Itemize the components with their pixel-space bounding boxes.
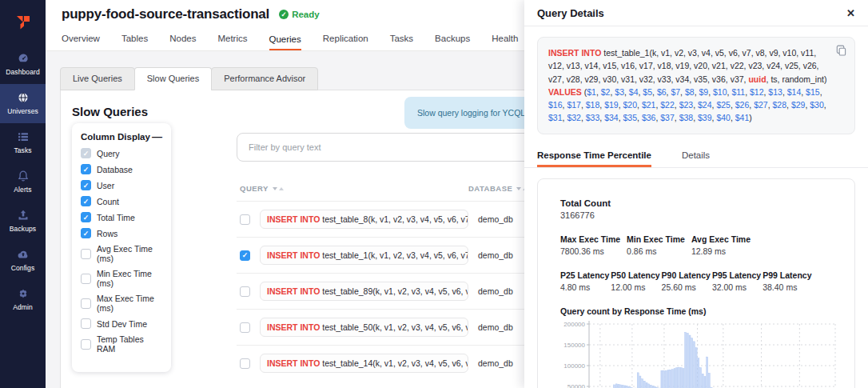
row-checkbox[interactable] — [240, 358, 250, 369]
tab-nodes[interactable]: Nodes — [169, 34, 196, 50]
tasks-icon — [17, 130, 30, 143]
status-label: Ready — [292, 10, 320, 19]
tab-tasks[interactable]: Tasks — [390, 34, 413, 50]
query-details-panel: Query Details ✕ INSERT INTO test_table_1… — [524, 0, 868, 388]
status-badge: ✓ Ready — [279, 10, 320, 19]
tab-replication[interactable]: Replication — [323, 34, 368, 50]
query-filter-input[interactable] — [237, 133, 534, 162]
subtab-live-queries[interactable]: Live Queries — [60, 67, 135, 90]
column-option-user[interactable]: User — [81, 180, 162, 190]
sidebar-item-dashboard[interactable]: Dashboard — [0, 45, 46, 84]
total-count-value: 3166776 — [560, 210, 832, 220]
slow-queries-table-area: QUERY DATABASE INSERT INTO test_table_8(… — [237, 133, 539, 381]
dashboard-icon — [17, 52, 30, 65]
admin-icon — [17, 287, 30, 300]
sidebar-item-label: Tasks — [14, 146, 31, 154]
sidebar-item-universes[interactable]: Universes — [0, 84, 46, 123]
column-option-label: Rows — [97, 229, 117, 238]
sort-asc-icon — [279, 187, 284, 190]
column-display-panel: Column Display — QueryDatabaseUserCountT… — [72, 123, 171, 372]
column-option-label: Max Exec Time (ms) — [97, 294, 162, 313]
total-count-label: Total Count — [560, 198, 832, 208]
column-option-rows[interactable]: Rows — [81, 228, 162, 238]
backups-icon — [17, 209, 30, 222]
tab-health[interactable]: Health — [492, 34, 518, 50]
tab-metrics[interactable]: Metrics — [217, 34, 247, 50]
checkbox[interactable] — [81, 164, 91, 174]
table-row[interactable]: INSERT INTO test_table_50(k, v1, v2, v3,… — [237, 309, 539, 345]
checkbox[interactable] — [81, 180, 91, 190]
total-count-block: Total Count 3166776 — [560, 198, 832, 220]
column-option-avg-exec-time-ms-[interactable]: Avg Exec Time (ms) — [81, 244, 162, 263]
column-option-label: Min Exec Time (ms) — [97, 269, 162, 288]
query-cell[interactable]: INSERT INTO test_table_50(k, v1, v2, v3,… — [260, 318, 468, 337]
yugabyte-logo-icon[interactable] — [0, 0, 46, 45]
close-icon[interactable]: ✕ — [846, 7, 855, 19]
sidebar-item-admin[interactable]: Admin — [0, 280, 46, 319]
column-option-query[interactable]: Query — [81, 148, 162, 158]
check-circle-icon: ✓ — [279, 10, 289, 19]
checkbox[interactable] — [81, 339, 91, 350]
row-checkbox[interactable] — [240, 322, 250, 333]
checkbox[interactable] — [81, 298, 91, 309]
tab-backups[interactable]: Backups — [435, 34, 470, 50]
query-cell[interactable]: INSERT INTO test_table_8(k, v1, v2, v3, … — [260, 210, 468, 229]
tab-queries[interactable]: Queries — [269, 34, 301, 51]
checkbox[interactable] — [81, 196, 91, 206]
tab-tables[interactable]: Tables — [121, 34, 148, 50]
sidebar-item-backups[interactable]: Backups — [0, 202, 46, 241]
column-option-count[interactable]: Count — [81, 196, 162, 206]
column-option-std-dev-time[interactable]: Std Dev Time — [81, 318, 162, 329]
checkbox[interactable] — [81, 148, 91, 158]
column-header-query[interactable]: QUERY — [240, 184, 468, 193]
checkbox[interactable] — [81, 274, 91, 284]
row-checkbox[interactable] — [240, 250, 250, 261]
query-cell[interactable]: INSERT INTO test_table_1(k, v1, v2, v3, … — [260, 246, 468, 265]
column-option-label: Count — [97, 197, 119, 206]
sidebar-item-label: Admin — [13, 303, 33, 311]
column-option-label: Std Dev Time — [97, 319, 147, 329]
collapse-minus-icon[interactable]: — — [152, 133, 162, 141]
subtab-performance-advisor[interactable]: Performance Advisor — [211, 67, 318, 90]
column-option-total-time[interactable]: Total Time — [81, 212, 162, 222]
column-option-label: Avg Exec Time (ms) — [97, 244, 162, 263]
column-option-label: Total Time — [97, 213, 135, 222]
column-option-label: User — [97, 181, 114, 190]
sidebar-item-alerts[interactable]: Alerts — [0, 162, 46, 202]
column-option-label: Query — [97, 149, 120, 158]
configs-icon — [17, 248, 30, 261]
column-option-temp-tables-ram[interactable]: Temp Tables RAM — [81, 334, 162, 354]
table-row[interactable]: INSERT INTO test_table_89(k, v1, v2, v3,… — [237, 273, 539, 309]
table-row[interactable]: INSERT INTO test_table_8(k, v1, v2, v3, … — [237, 201, 539, 237]
column-option-label: Database — [97, 165, 133, 174]
checkbox[interactable] — [81, 318, 91, 329]
stat-max-exec-time: Max Exec Time7800.36 ms — [560, 234, 620, 256]
checkbox[interactable] — [81, 212, 91, 222]
sort-desc-icon — [516, 187, 521, 190]
sidebar-item-configs[interactable]: Configs — [0, 241, 46, 280]
sidebar-item-label: Configs — [11, 264, 35, 272]
copy-icon[interactable] — [836, 45, 846, 59]
row-checkbox[interactable] — [240, 214, 250, 225]
column-option-database[interactable]: Database — [81, 164, 162, 174]
checkbox[interactable] — [81, 249, 91, 259]
table-row[interactable]: INSERT INTO test_table_14(k, v1, v2, v3,… — [237, 345, 539, 381]
page-title: puppy-food-source-transactional — [62, 6, 269, 22]
column-option-label: Temp Tables RAM — [97, 334, 162, 354]
subtab-slow-queries[interactable]: Slow Queries — [134, 67, 212, 90]
universes-icon — [17, 91, 30, 104]
column-option-min-exec-time-ms-[interactable]: Min Exec Time (ms) — [81, 269, 162, 288]
query-cell[interactable]: INSERT INTO test_table_14(k, v1, v2, v3,… — [260, 354, 468, 373]
column-option-max-exec-time-ms-[interactable]: Max Exec Time (ms) — [81, 294, 162, 313]
details-tab-details[interactable]: Details — [682, 146, 710, 167]
sidebar-item-tasks[interactable]: Tasks — [0, 123, 46, 162]
row-checkbox[interactable] — [240, 286, 250, 297]
svg-text:50000: 50000 — [567, 382, 586, 388]
tab-overview[interactable]: Overview — [62, 34, 100, 50]
query-cell[interactable]: INSERT INTO test_table_89(k, v1, v2, v3,… — [260, 282, 468, 301]
details-tab-response-time-percentile[interactable]: Response Time Percentile — [537, 146, 651, 167]
table-row[interactable]: INSERT INTO test_table_1(k, v1, v2, v3, … — [237, 237, 539, 273]
sidebar: DashboardUniversesTasksAlertsBackupsConf… — [0, 0, 46, 388]
svg-text:100000: 100000 — [563, 362, 585, 369]
checkbox[interactable] — [81, 228, 91, 238]
